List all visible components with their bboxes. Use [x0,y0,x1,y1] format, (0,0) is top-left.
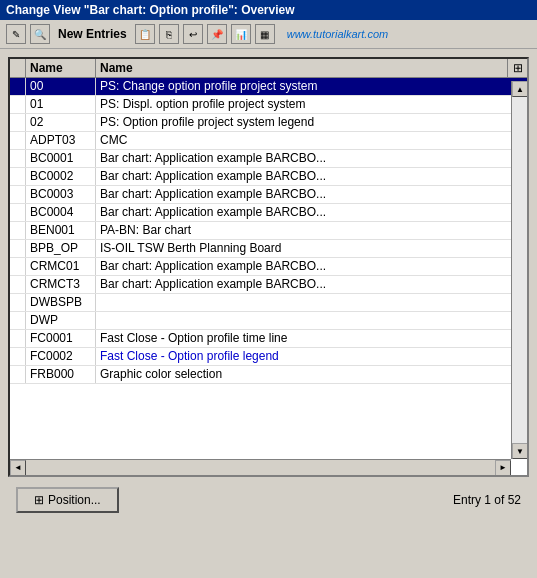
row-name: Bar chart: Application example BARCBO... [96,258,527,275]
table-row[interactable]: DWBSPB [10,294,527,312]
table-row[interactable]: BC0002 Bar chart: Application example BA… [10,168,527,186]
row-id: 00 [26,78,96,95]
row-check [10,348,26,365]
position-button[interactable]: ⊞ Position... [16,487,119,513]
scroll-track [512,97,527,443]
icon-undo[interactable]: ↩ [183,24,203,44]
table-header: Name Name ⊞ [10,59,527,78]
row-check [10,150,26,167]
row-check [10,78,26,95]
row-name: CMC [96,132,527,149]
row-check [10,114,26,131]
row-name: Bar chart: Application example BARCBO... [96,276,527,293]
table-row[interactable]: 02 PS: Option profile project system leg… [10,114,527,132]
icon-copy[interactable]: ⎘ [159,24,179,44]
toolbar: ✎ 🔍 New Entries 📋 ⎘ ↩ 📌 📊 ▦ www.tutorial… [0,20,537,49]
table-body: 00 PS: Change option profile project sys… [10,78,527,472]
row-id: BC0004 [26,204,96,221]
table-row[interactable]: CRMC01 Bar chart: Application example BA… [10,258,527,276]
icon-find[interactable]: 🔍 [30,24,50,44]
row-name: PS: Change option profile project system [96,78,527,95]
table-row[interactable]: BC0003 Bar chart: Application example BA… [10,186,527,204]
row-name: IS-OIL TSW Berth Planning Board [96,240,527,257]
row-name [96,312,527,329]
row-check [10,312,26,329]
row-check [10,294,26,311]
icon-chart[interactable]: 📊 [231,24,251,44]
row-check [10,96,26,113]
table-row[interactable]: 00 PS: Change option profile project sys… [10,78,527,96]
position-icon: ⊞ [34,493,44,507]
row-name: Bar chart: Application example BARCBO... [96,186,527,203]
row-check [10,222,26,239]
table-row[interactable]: BEN001 PA-BN: Bar chart [10,222,527,240]
row-id: DWBSPB [26,294,96,311]
row-name: PA-BN: Bar chart [96,222,527,239]
row-check [10,132,26,149]
row-id: BPB_OP [26,240,96,257]
bottom-bar: ⊞ Position... Entry 1 of 52 [8,477,529,523]
row-name [96,294,527,311]
row-name: PS: Option profile project system legend [96,114,527,131]
table-row[interactable]: FRB000 Graphic color selection [10,366,527,384]
vertical-scrollbar[interactable]: ▲ ▼ [511,81,527,459]
row-id: CRMC01 [26,258,96,275]
row-id: 02 [26,114,96,131]
row-id: CRMCT3 [26,276,96,293]
scroll-up-btn[interactable]: ▲ [512,81,528,97]
table-row[interactable]: ADPT03 CMC [10,132,527,150]
table-row[interactable]: 01 PS: Displ. option profile project sys… [10,96,527,114]
row-id: BEN001 [26,222,96,239]
row-id: BC0001 [26,150,96,167]
row-name: Bar chart: Application example BARCBO... [96,168,527,185]
row-check [10,204,26,221]
row-id: FC0002 [26,348,96,365]
scroll-left-btn[interactable]: ◄ [10,460,26,476]
row-name: Bar chart: Application example BARCBO... [96,204,527,221]
row-id: BC0003 [26,186,96,203]
main-content: Name Name ⊞ 00 PS: Change option profile… [0,49,537,531]
row-name: Fast Close - Option profile legend [96,348,527,365]
table-row[interactable]: DWP [10,312,527,330]
row-id: ADPT03 [26,132,96,149]
sort-icon[interactable]: ⊞ [507,59,527,77]
icon-clipboard[interactable]: 📌 [207,24,227,44]
row-check [10,240,26,257]
row-id: 01 [26,96,96,113]
table-row[interactable]: BPB_OP IS-OIL TSW Berth Planning Board [10,240,527,258]
row-id: DWP [26,312,96,329]
row-check [10,276,26,293]
entry-info: Entry 1 of 52 [453,493,521,507]
row-id: FC0001 [26,330,96,347]
row-check [10,258,26,275]
row-name: Graphic color selection [96,366,527,383]
title-text: Change View "Bar chart: Option profile":… [6,3,295,17]
row-check [10,330,26,347]
col1-header: Name [26,59,96,77]
row-id: BC0002 [26,168,96,185]
position-label: Position... [48,493,101,507]
horizontal-scrollbar[interactable]: ◄ ► [10,459,511,475]
scroll-down-btn[interactable]: ▼ [512,443,528,459]
scroll-right-btn[interactable]: ► [495,460,511,476]
watermark: www.tutorialkart.com [287,28,388,40]
row-check [10,186,26,203]
row-name: Fast Close - Option profile time line [96,330,527,347]
row-id: FRB000 [26,366,96,383]
row-name: PS: Displ. option profile project system [96,96,527,113]
new-entries-button[interactable]: New Entries [58,27,127,41]
table-row[interactable]: FC0001 Fast Close - Option profile time … [10,330,527,348]
row-name: Bar chart: Application example BARCBO... [96,150,527,167]
table-row[interactable]: BC0004 Bar chart: Application example BA… [10,204,527,222]
row-check [10,168,26,185]
icon-edit[interactable]: ✎ [6,24,26,44]
table-container: Name Name ⊞ 00 PS: Change option profile… [8,57,529,477]
table-row[interactable]: FC0002 Fast Close - Option profile legen… [10,348,527,366]
icon-save[interactable]: 📋 [135,24,155,44]
title-bar: Change View "Bar chart: Option profile":… [0,0,537,20]
table-row[interactable]: CRMCT3 Bar chart: Application example BA… [10,276,527,294]
table-row[interactable]: BC0001 Bar chart: Application example BA… [10,150,527,168]
col2-header: Name [96,59,507,77]
icon-extra1[interactable]: ▦ [255,24,275,44]
row-check [10,366,26,383]
